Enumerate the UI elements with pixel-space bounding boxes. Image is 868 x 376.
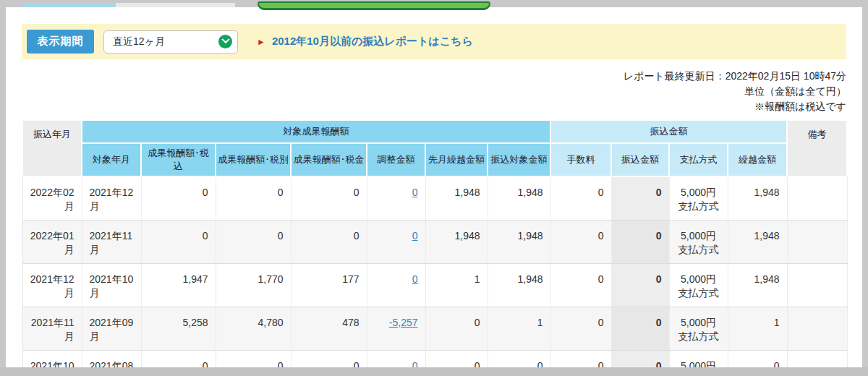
cell-reward-tax-excl: 4,780 bbox=[216, 307, 291, 350]
cell-adjustment: 0 bbox=[367, 176, 425, 220]
table-row: 2021年11月 2021年09月 5,258 4,780 478 -5,257… bbox=[22, 307, 847, 350]
cell-transfer-month: 2021年12月 bbox=[22, 263, 82, 307]
cell-payment-method: 5,000円支払方式 bbox=[669, 263, 728, 307]
cell-transfer-target: 1,948 bbox=[488, 220, 550, 263]
col-header-fee: 手数料 bbox=[550, 143, 611, 176]
cell-transfer-month: 2022年01月 bbox=[22, 220, 82, 263]
period-select[interactable]: 直近12ヶ月 bbox=[103, 30, 238, 54]
chevron-down-icon bbox=[218, 35, 232, 48]
cell-note bbox=[787, 307, 847, 350]
arrow-right-icon: ► bbox=[257, 37, 265, 47]
cell-target-month: 2021年11月 bbox=[82, 220, 141, 263]
cell-prev-carryover: 1 bbox=[425, 263, 488, 307]
cell-transfer-value: 0 bbox=[611, 307, 669, 350]
cell-transfer-month: 2021年11月 bbox=[22, 307, 82, 350]
col-header-reward-tax-incl: 成果報酬額･税込 bbox=[141, 143, 216, 176]
group-header-reward-amount: 対象成果報酬額 bbox=[82, 120, 550, 143]
cell-fee: 0 bbox=[550, 220, 611, 263]
tab-blue-partial[interactable] bbox=[22, 3, 116, 7]
cell-note bbox=[787, 263, 847, 307]
cell-reward-tax-incl: 5,258 bbox=[141, 307, 216, 350]
col-header-prev-carryover: 先月繰越金額 bbox=[425, 143, 488, 176]
table-row: 2021年12月 2021年10月 1,947 1,770 177 0 1 1,… bbox=[22, 263, 847, 307]
group-header-transfer-amount: 振込金額 bbox=[550, 120, 787, 143]
period-select-value: 直近12ヶ月 bbox=[113, 35, 165, 48]
cell-prev-carryover: 1,948 bbox=[425, 176, 488, 220]
cell-fee: 0 bbox=[550, 176, 611, 220]
filter-bar: 表示期間 直近12ヶ月 ► 2012年10月以前の振込レポートはこちら bbox=[22, 24, 846, 59]
cell-transfer-month: 2022年02月 bbox=[22, 176, 82, 220]
cell-carryover: 1,948 bbox=[728, 263, 787, 307]
cell-payment-method: 5,000円支払方式 bbox=[669, 176, 728, 220]
cell-transfer-value: 0 bbox=[611, 176, 669, 220]
cell-carryover: 1 bbox=[728, 307, 787, 350]
col-header-reward-tax-excl: 成果報酬額･税別 bbox=[216, 143, 291, 176]
col-header-reward-tax: 成果報酬額･税金 bbox=[291, 143, 367, 176]
cell-note bbox=[787, 220, 847, 263]
col-header-payment-method: 支払方式 bbox=[669, 143, 728, 176]
cell-reward-tax: 478 bbox=[291, 307, 367, 350]
cell-prev-carryover: 1,948 bbox=[425, 220, 488, 263]
col-header-carryover: 繰越金額 bbox=[728, 143, 787, 176]
cell-reward-tax-excl: 0 bbox=[216, 220, 291, 263]
col-header-adjustment: 調整金額 bbox=[367, 143, 425, 176]
cell-note bbox=[787, 176, 847, 220]
col-header-note: 備考 bbox=[787, 120, 847, 176]
report-meta: レポート最終更新日：2022年02月15日 10時47分 単位（金額は全て円） … bbox=[624, 69, 846, 114]
unit-note: 単位（金額は全て円） bbox=[624, 84, 846, 99]
cell-target-month: 2021年10月 bbox=[82, 263, 141, 307]
cell-adjustment: 0 bbox=[367, 220, 425, 263]
cell-reward-tax: 177 bbox=[291, 263, 367, 307]
cell-prev-carryover: 0 bbox=[425, 307, 488, 350]
adjustment-link[interactable]: -5,257 bbox=[389, 317, 418, 328]
cell-transfer-value: 0 bbox=[611, 263, 669, 307]
last-updated-text: レポート最終更新日：2022年02月15日 10時47分 bbox=[624, 69, 846, 84]
col-header-transfer-value: 振込金額 bbox=[611, 143, 669, 176]
col-header-transfer-month: 振込年月 bbox=[22, 120, 82, 176]
cell-reward-tax-incl: 0 bbox=[141, 220, 216, 263]
cell-fee: 0 bbox=[550, 263, 611, 307]
cell-reward-tax-excl: 1,770 bbox=[216, 263, 291, 307]
cell-adjustment: -5,257 bbox=[367, 307, 425, 350]
cell-payment-method: 5,000円支払方式 bbox=[669, 307, 728, 350]
cell-fee: 0 bbox=[550, 307, 611, 350]
adjustment-link[interactable]: 0 bbox=[412, 187, 418, 198]
cell-reward-tax-incl: 1,947 bbox=[141, 263, 216, 307]
cell-adjustment: 0 bbox=[367, 263, 425, 307]
tab-gray-partial[interactable] bbox=[116, 3, 235, 7]
green-button-partial[interactable] bbox=[258, 1, 490, 10]
cell-target-month: 2021年12月 bbox=[82, 176, 141, 220]
cell-target-month: 2021年09月 bbox=[82, 307, 141, 350]
adjustment-link[interactable]: 0 bbox=[412, 230, 418, 242]
window-frame-left bbox=[0, 0, 6, 376]
col-header-transfer-target: 振込対象金額 bbox=[488, 143, 550, 176]
cell-carryover: 1,948 bbox=[728, 220, 787, 263]
cell-reward-tax-incl: 0 bbox=[141, 176, 216, 220]
cell-reward-tax: 0 bbox=[291, 220, 367, 263]
tax-note: ※報酬額は税込です bbox=[624, 99, 846, 114]
col-header-target-month: 対象年月 bbox=[82, 143, 141, 176]
old-reports-link[interactable]: 2012年10月以前の振込レポートはこちら bbox=[272, 35, 473, 48]
adjustment-link[interactable]: 0 bbox=[412, 273, 418, 285]
display-period-label: 表示期間 bbox=[27, 30, 94, 54]
cell-carryover: 1,948 bbox=[728, 176, 787, 220]
cell-transfer-target: 1 bbox=[488, 307, 550, 350]
cell-payment-method: 5,000円支払方式 bbox=[669, 220, 728, 263]
cell-transfer-target: 1,948 bbox=[488, 263, 550, 307]
cell-reward-tax: 0 bbox=[291, 176, 367, 220]
window-frame-bottom bbox=[0, 367, 868, 376]
cell-transfer-value: 0 bbox=[611, 220, 669, 263]
window-frame-right bbox=[862, 0, 868, 376]
cell-transfer-target: 1,948 bbox=[488, 176, 550, 220]
transfer-report-table: 振込年月 対象成果報酬額 振込金額 備考 対象年月 成果報酬額･税込 成果報酬額… bbox=[22, 119, 848, 376]
table-row: 2022年01月 2021年11月 0 0 0 0 1,948 1,948 0 … bbox=[22, 220, 847, 263]
table-row: 2022年02月 2021年12月 0 0 0 0 1,948 1,948 0 … bbox=[22, 176, 847, 220]
cell-reward-tax-excl: 0 bbox=[216, 176, 291, 220]
